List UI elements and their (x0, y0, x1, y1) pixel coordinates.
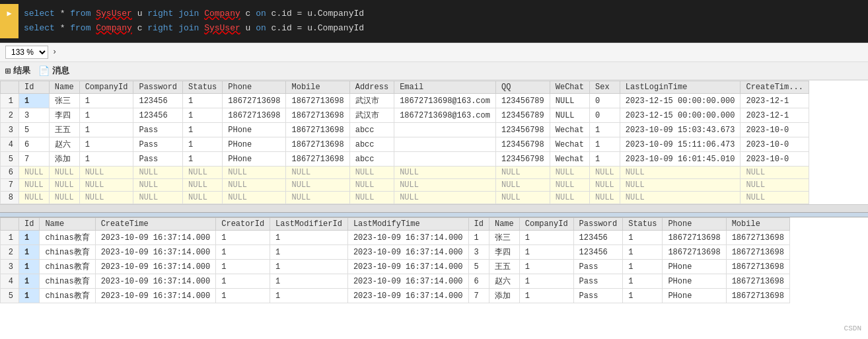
sql-lines[interactable]: select * from SysUser u right join Compa… (18, 4, 868, 38)
kw-condition-1: c.id = u.CompanyId (271, 9, 364, 19)
kw-right-1: right (147, 9, 173, 19)
table-cell: 2023-10-09 16:37:14.000 (95, 245, 216, 260)
table-cell: NULL (620, 192, 741, 204)
table-row: 21chinas教育2023-10-09 16:37:14.000112023-… (1, 245, 790, 260)
table-cell: 123456789 (495, 94, 550, 108)
sql-line-2[interactable]: select * from Company c right join SysUs… (24, 21, 863, 36)
table-cell: NULL (183, 179, 223, 192)
table-cell: 1 (270, 260, 348, 274)
line-marker-1: ▶ (7, 7, 11, 21)
table-row: 51chinas教育2023-10-09 16:37:14.000112023-… (1, 289, 790, 303)
table-row: 11张三112345611867271369818672713698武汉市186… (1, 94, 809, 108)
table-cell: 123456798 (495, 123, 550, 137)
table-cell: 1 (216, 289, 270, 303)
table-cell: 2023-10-09 16:37:14.000 (95, 231, 216, 245)
scrollbar-h-1[interactable] (0, 204, 868, 212)
table-cell: NULL (286, 167, 349, 179)
table-cell: NULL (741, 167, 809, 179)
sql-line-1[interactable]: select * from SysUser u right join Compa… (24, 7, 863, 21)
table-cell: 1 (270, 274, 348, 289)
table-cell: Pass (573, 260, 623, 274)
line-indicator: ▶ (0, 4, 18, 38)
table-cell: 18672713698 (286, 94, 349, 108)
th2-lastmodifytime: LastModifyTime (347, 218, 468, 231)
th-phone-1: Phone (223, 81, 286, 94)
table-cell: 18672713698 (663, 231, 726, 245)
sql-editor[interactable]: ▶ select * from SysUser u right join Com… (0, 0, 868, 43)
table-cell: 1 (216, 260, 270, 274)
table-cell: 1 (79, 152, 133, 167)
table-row: 41chinas教育2023-10-09 16:37:14.000112023-… (1, 274, 790, 289)
row-number: 4 (1, 274, 19, 289)
th-wechat-1: WeChat (550, 81, 589, 94)
tab-messages[interactable]: 📄 消息 (38, 65, 69, 77)
table-cell: 2023-10-0 (741, 137, 809, 152)
table-cell: NULL (183, 167, 223, 179)
table-cell: 1 (183, 123, 223, 137)
table-cell: 2023-10-09 16:37:14.000 (347, 245, 468, 260)
table-cell: 1 (270, 231, 348, 245)
th-qq-1: QQ (495, 81, 550, 94)
table-cell: NULL (349, 179, 394, 192)
table-cell: 6 (19, 137, 50, 152)
table-cell: 2023-10-09 16:37:14.000 (95, 289, 216, 303)
table-cell: 1 (623, 274, 663, 289)
table-cell: PHone (663, 289, 726, 303)
table-cell: abcc (349, 152, 394, 167)
th-lastlogintime-1: LastLoginTime (620, 81, 741, 94)
table-cell: 1 (519, 260, 573, 274)
table-row: 7NULLNULLNULLNULLNULLNULLNULLNULLNULLNUL… (1, 179, 809, 192)
table-row: 46赵六1Pass1PHone18672713698abcc123456798W… (1, 137, 809, 152)
table-row: 6NULLNULLNULLNULLNULLNULLNULLNULLNULLNUL… (1, 167, 809, 179)
table-cell: 1 (216, 245, 270, 260)
zoom-select[interactable]: 133 % 100 % 150 % 200 % (5, 46, 48, 59)
table-cell: 2023-10-09 16:01:45.010 (620, 152, 741, 167)
table-row: 11chinas教育2023-10-09 16:37:14.000112023-… (1, 231, 790, 245)
table-cell: 2023-12-1 (741, 94, 809, 108)
th2-id: Id (19, 218, 40, 231)
table-cell: 18672713698 (663, 245, 726, 260)
table-cell: Wechat (550, 137, 589, 152)
row-number: 5 (1, 152, 19, 167)
table-cell: 张三 (49, 94, 79, 108)
tab-results[interactable]: ⊞ 结果 (5, 65, 30, 77)
th2-password: Password (573, 218, 623, 231)
table-cell: NULL (133, 179, 183, 192)
table-cell: 7 (19, 152, 50, 167)
table-cell: 2023-10-09 16:37:14.000 (347, 274, 468, 289)
row-number: 1 (1, 94, 19, 108)
table-cell: 2023-12-15 00:00:00.000 (620, 94, 741, 108)
table-cell: NULL (79, 167, 133, 179)
table-cell (394, 152, 496, 167)
section-divider (0, 212, 868, 217)
table-cell: abcc (349, 137, 394, 152)
table-cell: 123456 (573, 231, 623, 245)
table-cell: NULL (550, 94, 589, 108)
results-icon: ⊞ (5, 65, 11, 77)
table-cell: 0 (589, 108, 620, 123)
table-cell: 武汉市 (349, 108, 394, 123)
table-cell: 18672713698 (286, 123, 349, 137)
table-cell: chinas教育 (40, 231, 95, 245)
row-number: 3 (1, 260, 19, 274)
table-cell: 王五 (49, 123, 79, 137)
table-cell: 1 (623, 260, 663, 274)
table-cell: 李四 (49, 108, 79, 123)
table-cell: 123456789 (495, 108, 550, 123)
kw-condition-2: c.id = u.CompanyId (271, 23, 364, 33)
table-row: 35王五1Pass1PHone18672713698abcc123456798W… (1, 123, 809, 137)
row-number: 2 (1, 245, 19, 260)
table-row: 57添加1Pass1PHone18672713698abcc123456798W… (1, 152, 809, 167)
table-cell: NULL (550, 108, 589, 123)
th2-creatorid: CreatorId (216, 218, 270, 231)
table-cell: chinas教育 (40, 289, 95, 303)
table-cell: PHone (663, 274, 726, 289)
table-cell: 123456 (573, 245, 623, 260)
table-cell: NULL (349, 192, 394, 204)
th2-name: Name (40, 218, 95, 231)
table-cell: NULL (394, 167, 496, 179)
table-cell: NULL (550, 179, 589, 192)
table-cell: 1 (216, 274, 270, 289)
table-cell: 武汉市 (349, 94, 394, 108)
th-status-1: Status (183, 81, 223, 94)
